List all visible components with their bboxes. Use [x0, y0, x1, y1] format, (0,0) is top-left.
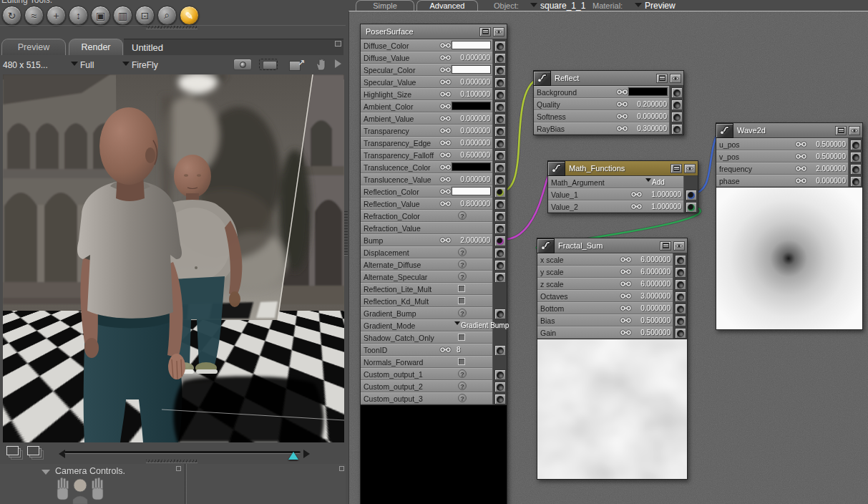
plug-knob[interactable] — [494, 309, 506, 319]
param-row-Refraction_Value[interactable]: Refraction_Value — [361, 222, 492, 234]
node-header[interactable]: Wave2d — [716, 123, 862, 138]
param-row-Ambient_Color[interactable]: Ambient_Color — [361, 100, 492, 112]
node-menu-icon[interactable] — [656, 74, 668, 83]
plug-knob[interactable] — [494, 199, 506, 210]
node-Math_Functions[interactable]: Math_FunctionsMath_ArgumentAddValue_11.0… — [547, 160, 698, 213]
param-row-frequency[interactable]: frequency2.000000 — [716, 163, 848, 175]
plug-knob[interactable] — [494, 102, 506, 112]
node-header[interactable]: Fractal_Sum — [537, 238, 687, 253]
depth-cue-icon[interactable] — [6, 446, 19, 455]
frame-slider-track[interactable] — [64, 451, 301, 454]
plug-knob[interactable] — [494, 260, 506, 271]
flush-cache-icon[interactable]: ↗ — [289, 58, 305, 71]
panel-grip[interactable] — [146, 460, 198, 463]
plug-knob[interactable] — [671, 112, 683, 122]
plug-knob[interactable] — [675, 267, 686, 278]
plug-knob[interactable] — [494, 223, 506, 234]
plug-knob[interactable] — [850, 152, 862, 163]
node-menu-icon[interactable] — [835, 126, 847, 135]
param-row-Gain[interactable]: Gain0.500000 — [537, 326, 673, 339]
plug-knob[interactable] — [494, 65, 506, 76]
plug-knob[interactable] — [494, 163, 506, 173]
object-dropdown-icon[interactable] — [530, 3, 537, 11]
area-render-icon[interactable] — [259, 59, 278, 70]
param-row-Specular_Color[interactable]: Specular_Color — [361, 64, 492, 76]
document-title[interactable]: Untitled — [124, 39, 343, 55]
param-row-u_pos[interactable]: u_pos0.500000 — [716, 138, 848, 150]
frame-slider-handle[interactable] — [288, 447, 298, 460]
param-row-ToonID[interactable]: ToonID8 — [361, 344, 492, 356]
plug-knob[interactable] — [675, 279, 686, 290]
panel-menu-icon[interactable] — [339, 466, 344, 471]
panel-menu-icon[interactable] — [176, 466, 181, 471]
plug-knob[interactable] — [494, 187, 506, 198]
node-menu-icon[interactable] — [670, 164, 682, 173]
param-row-Translucence_Value[interactable]: Translucence_Value0.000000 — [361, 173, 492, 185]
plug-knob[interactable] — [675, 291, 686, 302]
checkbox[interactable] — [458, 358, 465, 365]
param-row-Octaves[interactable]: Octaves3.000000 — [537, 290, 673, 302]
twist-tool[interactable]: ≈ — [24, 6, 44, 25]
material-dropdown-icon[interactable] — [635, 3, 642, 11]
dropdown[interactable]: Add — [645, 178, 665, 186]
node-header[interactable]: PoserSurface — [361, 24, 507, 39]
plug-knob[interactable] — [494, 369, 506, 380]
param-row-Background[interactable]: Background — [534, 86, 669, 98]
plug-knob[interactable] — [494, 382, 506, 392]
plug-knob[interactable] — [675, 304, 686, 314]
plug-knob[interactable] — [494, 41, 506, 52]
plug-knob[interactable] — [850, 164, 862, 175]
param-row-x scale[interactable]: x scale6.000000 — [537, 253, 673, 266]
node-Reflect[interactable]: ReflectBackgroundQuality0.200000Softness… — [533, 70, 684, 135]
param-row-Softness[interactable]: Softness0.000000 — [534, 110, 669, 122]
view-magnifier-tool[interactable]: ⌕ — [157, 6, 177, 25]
param-row-Transparency[interactable]: Transparency0.000000 — [361, 125, 492, 137]
param-row-Reflection_Color[interactable]: Reflection_Color — [361, 185, 492, 198]
plug-knob[interactable] — [494, 248, 506, 258]
scale-tool[interactable]: ▣ — [91, 6, 110, 25]
plug-knob[interactable] — [494, 345, 506, 356]
dropdown[interactable]: Gradient Bump — [454, 321, 509, 329]
node-header[interactable]: Math_Functions — [548, 161, 698, 176]
slider-left-arrow[interactable] — [54, 450, 65, 458]
tab-simple[interactable]: Simple — [356, 0, 414, 11]
plug-knob[interactable] — [675, 255, 686, 266]
plug-knob[interactable] — [850, 176, 862, 187]
param-row-Bottom[interactable]: Bottom0.000000 — [537, 302, 673, 314]
param-row-Reflection_Value[interactable]: Reflection_Value0.800000 — [361, 198, 492, 210]
node-menu-icon[interactable] — [660, 241, 671, 251]
plug-knob[interactable] — [671, 124, 683, 135]
param-row-Normals_Forward[interactable]: Normals_Forward — [361, 356, 492, 368]
param-row-Gradient_Bump[interactable]: Gradient_Bump? — [361, 307, 492, 319]
plug-knob[interactable] — [494, 394, 506, 404]
material-dropdown[interactable]: Preview — [645, 1, 676, 11]
node-Fractal_Sum[interactable]: Fractal_Sumx scale6.000000y scale6.00000… — [537, 238, 688, 480]
plug-knob[interactable] — [494, 272, 506, 283]
slider-right-arrow[interactable] — [303, 450, 314, 458]
pan-hand-icon[interactable] — [315, 57, 329, 72]
plug-knob[interactable] — [686, 190, 697, 200]
plug-knob[interactable] — [675, 316, 686, 326]
param-row-Value_1[interactable]: Value_11.000000 — [548, 188, 683, 200]
color-swatch[interactable] — [452, 65, 491, 74]
node-preview-toggle-icon[interactable] — [684, 164, 696, 173]
param-row-Custom_output_2[interactable]: Custom_output_2? — [361, 380, 492, 392]
node-output-plug[interactable] — [716, 123, 733, 138]
param-row-RayBias[interactable]: RayBias0.300000 — [534, 122, 669, 135]
node-preview-toggle-icon[interactable] — [849, 126, 860, 135]
param-row-Gradient_Mode[interactable]: Gradient_ModeGradient Bump — [361, 319, 492, 331]
atmosphere-icon[interactable] — [27, 446, 39, 455]
param-row-y scale[interactable]: y scale6.000000 — [537, 266, 673, 278]
node-output-plug[interactable] — [533, 71, 551, 86]
param-row-Translucence_Color[interactable]: Translucence_Color — [361, 161, 492, 173]
plug-knob[interactable] — [494, 138, 506, 149]
window-icon[interactable] — [335, 41, 341, 47]
color-picker-tool[interactable]: ✎ — [180, 6, 199, 25]
node-output-plug[interactable] — [537, 238, 555, 253]
param-row-Custom_output_3[interactable]: Custom_output_3? — [361, 392, 492, 404]
color-swatch[interactable] — [452, 102, 491, 110]
object-dropdown[interactable]: square_1_1 — [540, 1, 585, 11]
color-swatch[interactable] — [452, 187, 491, 195]
param-row-Specular_Value[interactable]: Specular_Value0.000000 — [361, 76, 492, 88]
plug-knob[interactable] — [675, 328, 686, 339]
